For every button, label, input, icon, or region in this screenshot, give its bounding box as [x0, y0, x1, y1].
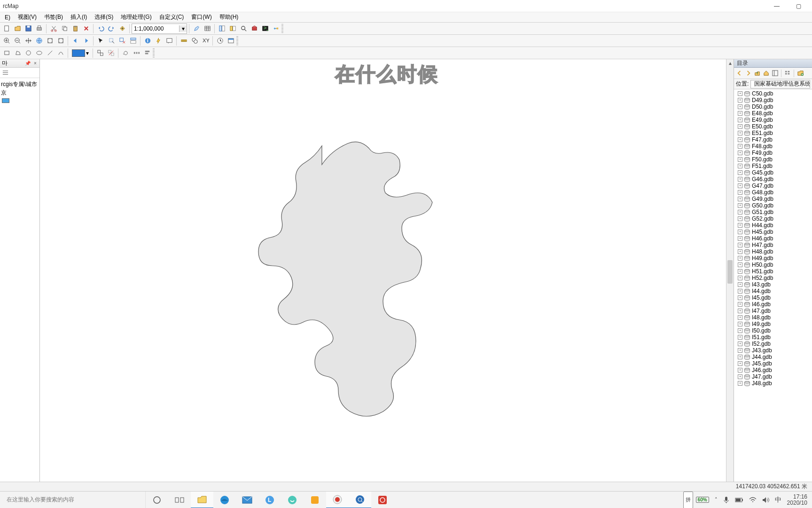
app-taskbar-2[interactable] [281, 492, 304, 508]
expand-icon[interactable]: + [738, 295, 742, 300]
expand-icon[interactable]: + [738, 335, 742, 340]
new-button[interactable] [1, 24, 12, 34]
menu-file[interactable]: E) [1, 13, 14, 22]
menu-geoprocessing[interactable]: 地理处理(G) [117, 12, 155, 22]
catalog-item[interactable]: +I47.gdb [734, 308, 812, 314]
expand-icon[interactable]: + [738, 157, 742, 162]
prev-extent-button[interactable] [70, 36, 80, 46]
menu-customize[interactable]: 自定义(C) [156, 12, 188, 22]
menu-view[interactable]: 视图(V) [14, 12, 40, 22]
save-button[interactable] [23, 24, 33, 34]
catalog-item[interactable]: +G46.gdb [734, 176, 812, 183]
catalog-item[interactable]: +I43.gdb [734, 281, 812, 288]
add-data-button[interactable] [117, 24, 127, 34]
map-canvas[interactable] [40, 59, 726, 496]
table-button[interactable] [202, 24, 212, 34]
hyperlink-button[interactable] [153, 36, 164, 46]
search-button[interactable] [238, 24, 249, 34]
toc-layer-node[interactable]: rcgis专属\城市 京 [1, 80, 39, 105]
undo-button[interactable] [95, 24, 106, 34]
time-slider-button[interactable] [215, 36, 225, 46]
menu-insert[interactable]: 插入(I) [67, 12, 91, 22]
connect-folder-button[interactable] [796, 69, 804, 78]
expand-icon[interactable]: + [738, 190, 742, 195]
expand-icon[interactable]: + [738, 197, 742, 201]
catalog-button[interactable] [227, 24, 238, 34]
expand-icon[interactable]: + [738, 302, 742, 307]
menu-help[interactable]: 帮助(H) [216, 12, 242, 22]
expand-icon[interactable]: + [738, 249, 742, 254]
catalog-item[interactable]: +F50.gdb [734, 156, 812, 163]
menu-bookmarks[interactable]: 书签(B) [40, 12, 67, 22]
pin-icon[interactable]: 📌 [24, 60, 31, 67]
expand-icon[interactable]: + [738, 243, 742, 247]
model-builder-button[interactable] [271, 24, 281, 34]
cut-button[interactable] [48, 24, 59, 34]
expand-icon[interactable]: + [738, 210, 742, 214]
up-one-level-button[interactable] [753, 69, 761, 78]
go-to-xy-button[interactable]: XY [200, 36, 211, 46]
expand-icon[interactable]: + [738, 262, 742, 267]
catalog-item[interactable]: +J45.gdb [734, 360, 812, 367]
html-popup-button[interactable] [164, 36, 174, 46]
view-menu-button[interactable] [783, 69, 792, 78]
select-by-attr-button[interactable] [128, 36, 138, 46]
expand-icon[interactable]: + [738, 124, 742, 129]
fixed-zoom-out-button[interactable] [55, 36, 66, 46]
expand-icon[interactable]: + [738, 282, 742, 287]
catalog-item[interactable]: +G48.gdb [734, 189, 812, 196]
catalog-tree[interactable]: +C50.gdb+D49.gdb+D50.gdb+E48.gdb+E49.gdb… [734, 89, 812, 503]
catalog-item[interactable]: +I44.gdb [734, 288, 812, 294]
nav-forward-button[interactable] [744, 69, 752, 78]
clock[interactable]: 17:162020/10 [784, 492, 810, 508]
viewer-window-button[interactable] [226, 36, 236, 46]
select-features-button[interactable] [106, 36, 117, 46]
zoom-in-button[interactable] [1, 36, 12, 46]
expand-icon[interactable]: + [738, 341, 742, 346]
paste-button[interactable] [70, 24, 80, 34]
catalog-item[interactable]: +H46.gdb [734, 235, 812, 242]
battery-indicator[interactable]: 60% [693, 492, 712, 508]
expand-icon[interactable]: + [738, 368, 742, 373]
fixed-zoom-in-button[interactable] [45, 36, 55, 46]
expand-icon[interactable]: + [738, 118, 742, 122]
fill-color-picker[interactable]: ▾ [70, 48, 91, 58]
arcmap-taskbar[interactable] [349, 492, 371, 508]
ime-mode-indicator[interactable]: 拼 [683, 492, 693, 508]
catalog-item[interactable]: +I48.gdb [734, 314, 812, 321]
expand-icon[interactable]: + [738, 183, 742, 188]
tray-overflow-button[interactable]: ˄ [712, 492, 720, 508]
catalog-item[interactable]: +E49.gdb [734, 117, 812, 123]
arctoolbox-button[interactable] [249, 24, 259, 34]
close-icon[interactable]: × [32, 60, 39, 67]
toc-button[interactable] [217, 24, 227, 34]
polygon-tool[interactable] [12, 48, 23, 58]
location-path-input[interactable]: 国家基础地理信息系统 [750, 80, 810, 88]
delete-button[interactable] [81, 24, 91, 34]
ellipse-tool[interactable] [34, 48, 44, 58]
catalog-item[interactable]: +J46.gdb [734, 367, 812, 373]
catalog-item[interactable]: +H48.gdb [734, 248, 812, 255]
expand-icon[interactable]: + [738, 309, 742, 313]
catalog-item[interactable]: +I50.gdb [734, 327, 812, 334]
catalog-item[interactable]: +J44.gdb [734, 354, 812, 360]
catalog-item[interactable]: +E48.gdb [734, 110, 812, 117]
app-taskbar-3[interactable] [304, 492, 326, 508]
catalog-item[interactable]: +F51.gdb [734, 163, 812, 169]
expand-icon[interactable]: + [738, 328, 742, 333]
list-by-drawing-order-button[interactable] [1, 69, 9, 77]
cortana-button[interactable] [146, 492, 168, 508]
minimize-button[interactable]: — [766, 0, 788, 12]
catalog-item[interactable]: +G47.gdb [734, 183, 812, 189]
catalog-item[interactable]: +F49.gdb [734, 150, 812, 156]
catalog-item[interactable]: +J48.gdb [734, 380, 812, 387]
catalog-item[interactable]: +E50.gdb [734, 123, 812, 130]
catalog-item[interactable]: +H45.gdb [734, 229, 812, 235]
expand-icon[interactable]: + [738, 315, 742, 320]
catalog-item[interactable]: +F47.gdb [734, 136, 812, 143]
catalog-item[interactable]: +G51.gdb [734, 209, 812, 215]
catalog-item[interactable]: +G50.gdb [734, 202, 812, 209]
expand-icon[interactable]: + [738, 322, 742, 326]
expand-icon[interactable]: + [738, 230, 742, 234]
circle-tool[interactable] [23, 48, 33, 58]
